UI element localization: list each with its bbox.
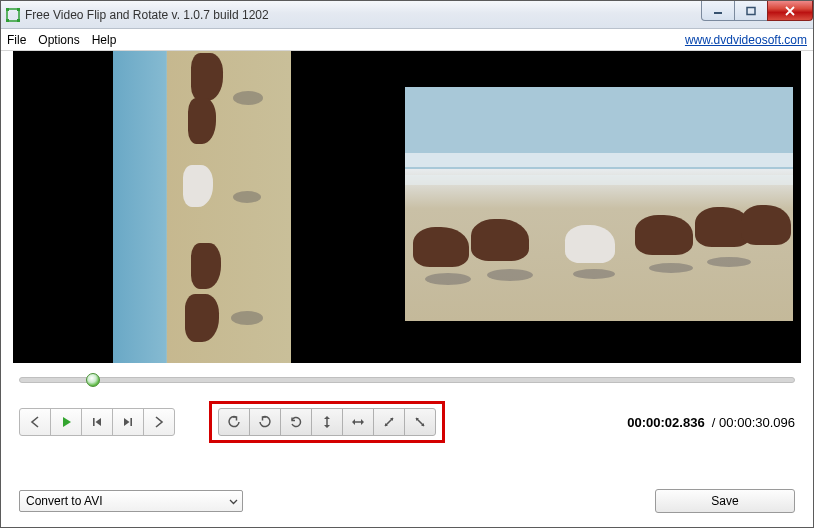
rotate-ccw-90-button[interactable] (218, 408, 250, 436)
close-button[interactable] (767, 1, 813, 21)
flip-horizontal-button[interactable] (342, 408, 374, 436)
menu-file[interactable]: File (7, 33, 26, 47)
current-time: 00:00:02.836 (627, 415, 704, 430)
svg-rect-1 (6, 8, 9, 11)
svg-rect-8 (130, 418, 132, 426)
svg-rect-4 (17, 19, 20, 22)
controls-row: 00:00:02.836 / 00:00:30.096 (1, 383, 813, 443)
svg-rect-6 (747, 7, 755, 14)
svg-rect-7 (93, 418, 95, 426)
maximize-button[interactable] (734, 1, 768, 21)
svg-rect-3 (6, 19, 9, 22)
save-button[interactable]: Save (655, 489, 795, 513)
rotate-cw-90-button[interactable] (249, 408, 281, 436)
step-forward-button[interactable] (112, 408, 144, 436)
flip-vertical-button[interactable] (311, 408, 343, 436)
time-separator: / (712, 415, 716, 430)
seek-forward-button[interactable] (143, 408, 175, 436)
transform-toolbar (209, 401, 445, 443)
seek-back-button[interactable] (19, 408, 51, 436)
total-duration: 00:00:30.096 (719, 415, 795, 430)
output-format-value: Convert to AVI (26, 494, 102, 508)
window-title: Free Video Flip and Rotate v. 1.0.7 buil… (25, 8, 269, 22)
svg-rect-5 (714, 12, 722, 14)
menu-bar: File Options Help www.dvdvideosoft.com (1, 29, 813, 51)
chevron-down-icon (229, 497, 238, 506)
seek-slider[interactable] (19, 377, 795, 383)
menu-help[interactable]: Help (92, 33, 117, 47)
rotate-180-button[interactable] (280, 408, 312, 436)
time-display: 00:00:02.836 / 00:00:30.096 (627, 415, 795, 430)
site-link[interactable]: www.dvdvideosoft.com (685, 33, 807, 47)
video-preview-area (13, 51, 801, 363)
playback-controls (19, 408, 175, 436)
bottom-row: Convert to AVI Save (1, 489, 813, 513)
menu-options[interactable]: Options (38, 33, 79, 47)
flip-diagonal-1-button[interactable] (373, 408, 405, 436)
play-button[interactable] (50, 408, 82, 436)
preview-left (113, 51, 291, 363)
title-bar: Free Video Flip and Rotate v. 1.0.7 buil… (1, 1, 813, 29)
svg-rect-2 (17, 8, 20, 11)
save-button-label: Save (711, 494, 738, 508)
seek-slider-thumb[interactable] (86, 373, 100, 387)
step-back-button[interactable] (81, 408, 113, 436)
app-icon (5, 7, 21, 23)
seek-slider-row (1, 363, 813, 383)
preview-right (405, 87, 793, 321)
minimize-button[interactable] (701, 1, 735, 21)
flip-diagonal-2-button[interactable] (404, 408, 436, 436)
output-format-combo[interactable]: Convert to AVI (19, 490, 243, 512)
